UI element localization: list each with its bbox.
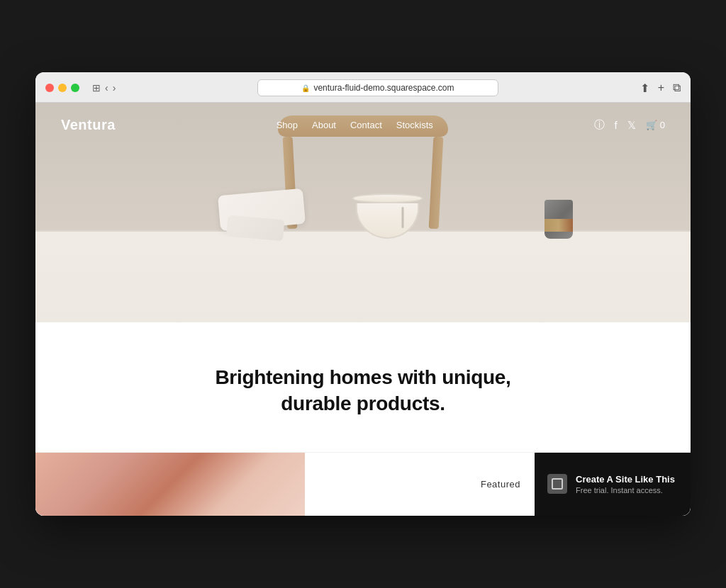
- cloth-prop: [219, 192, 304, 234]
- bowl-drip: [401, 207, 403, 228]
- maximize-button[interactable]: [71, 84, 79, 92]
- nav-stockists[interactable]: Stockists: [396, 120, 433, 130]
- traffic-lights: [45, 84, 79, 92]
- cart-icon: 🛒: [646, 120, 657, 130]
- site-logo[interactable]: Ventura: [61, 117, 116, 133]
- nav-social-icons: ⓘ f 𝕏 🛒 0: [594, 118, 665, 132]
- squarespace-logo: [547, 474, 567, 494]
- tagline-text: Brightening homes with unique, durable p…: [61, 365, 665, 417]
- ceramic-bowl: [355, 198, 423, 239]
- cup-stripe: [544, 219, 573, 232]
- ceramic-cup: [544, 200, 573, 239]
- product-image: [35, 453, 305, 516]
- instagram-icon[interactable]: ⓘ: [594, 118, 605, 132]
- featured-label-area: Featured: [305, 453, 535, 516]
- nav-contact[interactable]: Contact: [350, 120, 382, 130]
- browser-chrome: ⊞ ‹ › 🔒 ventura-fluid-demo.squarespace.c…: [35, 72, 691, 103]
- browser-actions: ⬆ + ⧉: [640, 81, 681, 95]
- new-tab-icon[interactable]: +: [658, 81, 664, 94]
- forward-button[interactable]: ›: [113, 82, 116, 94]
- browser-window: ⊞ ‹ › 🔒 ventura-fluid-demo.squarespace.c…: [35, 72, 691, 516]
- twitter-icon[interactable]: 𝕏: [627, 119, 636, 132]
- featured-label: Featured: [481, 479, 520, 490]
- bowl-body: [355, 203, 419, 239]
- scene-table: [35, 230, 691, 322]
- minimize-button[interactable]: [58, 84, 67, 92]
- tagline-line1: Brightening homes with unique,: [61, 365, 665, 390]
- hero-nav-wrapper: Ventura Shop About Contact Stockists ⓘ f…: [35, 103, 691, 322]
- ss-cta-text: Create A Site Like This Free trial. Inst…: [576, 474, 675, 494]
- facebook-icon[interactable]: f: [615, 119, 618, 131]
- site-content: Ventura Shop About Contact Stockists ⓘ f…: [35, 103, 691, 516]
- share-icon[interactable]: ⬆: [640, 81, 649, 95]
- tagline-line2: durable products.: [61, 391, 665, 417]
- ss-cta-sub: Free trial. Instant access.: [576, 486, 675, 494]
- close-button[interactable]: [45, 84, 54, 92]
- squarespace-cta[interactable]: Create A Site Like This Free trial. Inst…: [535, 453, 691, 516]
- site-navigation: Ventura Shop About Contact Stockists ⓘ f…: [35, 103, 691, 147]
- bowl-rim: [352, 193, 423, 203]
- chair-post-right: [429, 137, 444, 230]
- nav-about[interactable]: About: [312, 120, 336, 130]
- tabs-icon[interactable]: ⧉: [673, 81, 681, 94]
- lock-icon: 🔒: [301, 84, 310, 92]
- nav-shop[interactable]: Shop: [277, 120, 298, 130]
- window-controls: ⊞ ‹ ›: [92, 82, 116, 94]
- url-text: ventura-fluid-demo.squarespace.com: [313, 83, 454, 93]
- sidebar-toggle-icon[interactable]: ⊞: [92, 82, 101, 94]
- bottom-strip: Featured Create A Site Like This Free tr…: [35, 452, 691, 516]
- back-button[interactable]: ‹: [105, 82, 108, 94]
- tagline-section: Brightening homes with unique, durable p…: [35, 322, 691, 452]
- ss-cta-title: Create A Site Like This: [576, 474, 675, 485]
- squarespace-logo-inner: [552, 478, 563, 490]
- cart-button[interactable]: 🛒 0: [646, 120, 665, 130]
- nav-links: Shop About Contact Stockists: [277, 120, 433, 130]
- cup-body: [544, 200, 573, 239]
- address-bar-container: 🔒 ventura-fluid-demo.squarespace.com: [123, 79, 632, 96]
- cart-count: 0: [660, 120, 665, 130]
- product-preview[interactable]: [35, 453, 305, 516]
- address-bar[interactable]: 🔒 ventura-fluid-demo.squarespace.com: [257, 79, 498, 96]
